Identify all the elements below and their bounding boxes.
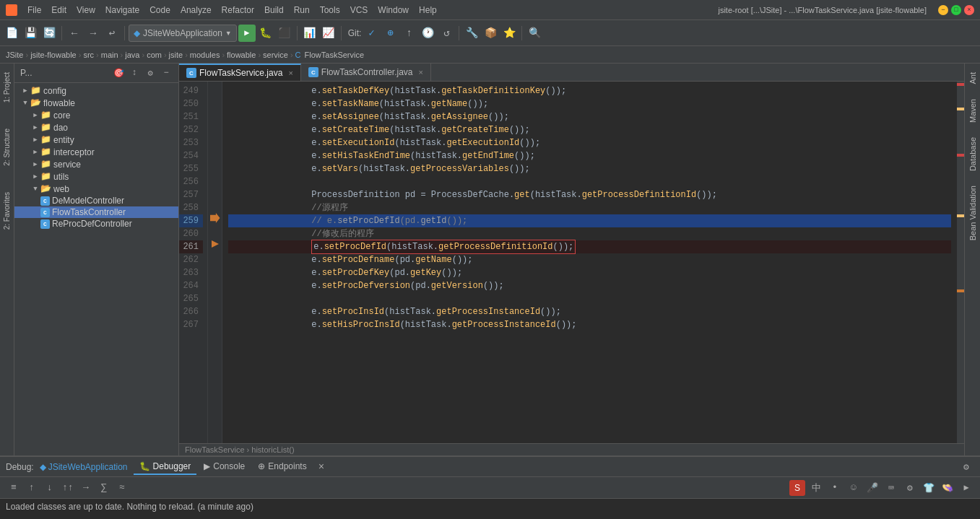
tree-item-config[interactable]: ▶ 📁 config: [14, 84, 178, 97]
ime-btn-8[interactable]: 👒: [940, 480, 955, 496]
minimize-button[interactable]: −: [938, 5, 948, 15]
java-icon-demodel: C: [40, 196, 50, 206]
menu-tools[interactable]: Tools: [316, 4, 344, 17]
menu-view[interactable]: View: [72, 4, 100, 17]
sidebar-tab-structure[interactable]: 2: Structure: [1, 123, 12, 172]
menu-analyze[interactable]: Analyze: [176, 4, 216, 17]
tab-flowtaskservice[interactable]: C FlowTaskService.java ×: [179, 64, 301, 81]
tree-item-demodel[interactable]: C DeModelController: [14, 195, 178, 206]
refresh-button[interactable]: 🔄: [40, 25, 58, 42]
right-tab-ant[interactable]: Ant: [966, 66, 979, 90]
sidebar-tab-favorites[interactable]: 2: Favorites: [1, 186, 12, 235]
tree-item-interceptor[interactable]: ▶ 📁 interceptor: [14, 146, 178, 158]
run-config-label: JSiteWebApplication: [143, 28, 222, 38]
menu-file[interactable]: File: [23, 4, 45, 17]
breadcrumb-src[interactable]: src: [83, 51, 94, 59]
breadcrumb-main[interactable]: main: [101, 51, 118, 59]
breadcrumb-service[interactable]: service: [263, 51, 288, 59]
revert-button[interactable]: ↩: [103, 25, 121, 42]
ime-btn-2[interactable]: •: [827, 480, 843, 496]
save-button[interactable]: 💾: [22, 25, 39, 42]
menu-build[interactable]: Build: [260, 4, 288, 17]
line-numbers: 249 250 251 252 253 254 255 256 257 258 …: [179, 82, 208, 443]
ime-btn-6[interactable]: ⚙: [902, 480, 918, 496]
ime-btn-1[interactable]: 中: [808, 480, 824, 496]
code-editor[interactable]: 249 250 251 252 253 254 255 256 257 258 …: [179, 82, 964, 443]
editor-area: C FlowTaskService.java × C FlowTaskContr…: [179, 64, 964, 455]
debug-button[interactable]: 🐛: [257, 25, 274, 42]
git-merge-button[interactable]: ⊕: [381, 25, 399, 42]
stop-run-button[interactable]: ⬛: [276, 25, 293, 42]
panel-settings-button[interactable]: ⚙: [144, 66, 157, 79]
sort-button[interactable]: ↕: [128, 66, 141, 79]
back-button[interactable]: ←: [66, 25, 83, 42]
menu-refactor[interactable]: Refactor: [217, 4, 259, 17]
tab-close-flowtaskcontroller[interactable]: ×: [419, 68, 423, 77]
git-rollback-button[interactable]: ↺: [438, 25, 455, 42]
git-history-button[interactable]: 🕐: [419, 25, 436, 42]
ime-icon[interactable]: S: [789, 480, 805, 496]
debug-step-over-button[interactable]: ↑: [24, 480, 40, 496]
fav-button[interactable]: ⭐: [500, 25, 518, 42]
tree-label-demodel: DeModelController: [52, 196, 124, 206]
debug-eval-button[interactable]: ∑: [96, 480, 112, 496]
sidebar-tab-project[interactable]: 1: Project: [1, 66, 12, 108]
tree-item-core[interactable]: ▶ 📁 core: [14, 109, 178, 121]
debug-watch-button[interactable]: ≈: [114, 480, 130, 496]
tree-item-flowtask[interactable]: C FlowTaskController: [14, 206, 178, 218]
menu-vcs[interactable]: VCS: [346, 4, 373, 17]
tab-close-flowtaskservice[interactable]: ×: [288, 69, 292, 77]
coverage-button[interactable]: 📊: [301, 25, 318, 42]
breadcrumb-flowable[interactable]: flowable: [227, 51, 256, 59]
git-update-button[interactable]: ↑: [400, 25, 417, 42]
forward-button[interactable]: →: [84, 25, 102, 42]
tree-item-service[interactable]: ▶ 📁 service: [14, 158, 178, 170]
breadcrumb-flowtaskservice[interactable]: FlowTaskService: [305, 51, 365, 59]
ime-btn-3[interactable]: ☺: [846, 480, 862, 496]
locate-file-button[interactable]: 🎯: [112, 66, 125, 79]
breadcrumb-com[interactable]: com: [147, 51, 162, 59]
ime-btn-4[interactable]: 🎤: [864, 480, 880, 496]
sdk-button[interactable]: 📦: [482, 25, 499, 42]
tree-item-flowable[interactable]: ▼ 📂 flowable: [14, 97, 178, 109]
maximize-button[interactable]: □: [951, 5, 961, 15]
menu-code[interactable]: Code: [145, 4, 175, 17]
breadcrumb-jsite[interactable]: JSite: [6, 51, 23, 59]
menu-help[interactable]: Help: [415, 4, 441, 17]
tree-item-entity[interactable]: ▶ 📁 entity: [14, 134, 178, 146]
menu-run[interactable]: Run: [290, 4, 314, 17]
run-button[interactable]: ▶: [238, 25, 256, 42]
debug-step-into-button[interactable]: ↓: [42, 480, 58, 496]
debug-resume-button[interactable]: ≡: [6, 480, 22, 496]
ime-btn-7[interactable]: 👕: [921, 480, 937, 496]
code-content[interactable]: e.setTaskDefKey(histTask.getTaskDefiniti…: [222, 82, 957, 443]
right-tab-database[interactable]: Database: [966, 131, 979, 177]
tree-item-web[interactable]: ▼ 📂 web: [14, 183, 178, 195]
tree-item-reprocdef[interactable]: C ReProcDefController: [14, 218, 178, 230]
right-tab-maven[interactable]: Maven: [966, 93, 979, 128]
panel-close-button[interactable]: −: [160, 66, 173, 79]
menu-navigate[interactable]: Navigate: [101, 4, 144, 17]
run-config-dropdown[interactable]: ◆ JSiteWebApplication ▼: [129, 25, 237, 42]
breadcrumb-modules[interactable]: modules: [190, 51, 220, 59]
ime-close-btn[interactable]: ▶: [958, 480, 974, 496]
right-tab-bean-validation[interactable]: Bean Validation: [966, 180, 979, 246]
new-file-button[interactable]: 📄: [3, 25, 20, 42]
tab-icon-flowtaskservice: C: [186, 68, 196, 78]
tab-flowtaskcontroller[interactable]: C FlowTaskController.java ×: [301, 64, 431, 81]
menu-window[interactable]: Window: [373, 4, 413, 17]
menu-edit[interactable]: Edit: [47, 4, 71, 17]
settings-button[interactable]: 🔧: [463, 25, 480, 42]
breadcrumb-java[interactable]: java: [125, 51, 139, 59]
profiler-button[interactable]: 📈: [320, 25, 337, 42]
breadcrumb-jsite-flowable[interactable]: jsite-flowable: [30, 51, 77, 59]
ime-btn-5[interactable]: ⌨: [883, 480, 899, 496]
search-button[interactable]: 🔍: [526, 25, 543, 42]
debug-step-out-button[interactable]: ↑↑: [60, 480, 76, 496]
tree-item-utils[interactable]: ▶ 📁 utils: [14, 170, 178, 183]
debug-run-cursor-button[interactable]: →: [78, 480, 94, 496]
breadcrumb-jsite2[interactable]: jsite: [169, 51, 183, 59]
tree-item-dao[interactable]: ▶ 📁 dao: [14, 121, 178, 134]
git-check-button[interactable]: ✓: [363, 25, 380, 42]
close-button[interactable]: ×: [964, 5, 974, 15]
